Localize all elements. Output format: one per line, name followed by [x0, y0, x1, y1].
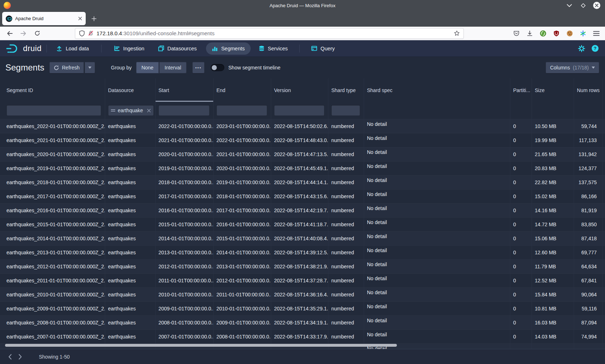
group-by-none-button[interactable]: None	[136, 62, 159, 73]
segment-timeline-toggle[interactable]	[211, 64, 224, 71]
cell-num-rows: 69,777	[574, 246, 603, 259]
version-filter-input[interactable]	[274, 105, 324, 116]
cell-start: 2019-01-01T00:00:00.0...	[156, 161, 214, 175]
druid-logo-icon	[6, 43, 20, 54]
help-glyph: ?	[592, 45, 599, 52]
downloads-icon[interactable]	[526, 30, 533, 37]
extension-asterisk-icon[interactable]	[579, 30, 587, 37]
cell-start: 2008-01-01T00:00:00.0...	[156, 316, 214, 329]
cell-partitioning: 0	[510, 204, 532, 217]
column-header-end[interactable]: End	[214, 78, 271, 102]
cell-shard-spec: No detail	[364, 288, 510, 301]
refresh-dropdown-button[interactable]	[85, 62, 95, 73]
column-header-size[interactable]: Size	[532, 78, 574, 102]
cell-start: 2011-01-01T00:00:00.0...	[156, 274, 214, 287]
nav-item-services[interactable]: Services	[254, 42, 292, 55]
nav-item-label: Query	[321, 46, 335, 51]
maximize-icon[interactable]	[579, 1, 587, 9]
cell-shard-spec: No detail	[364, 190, 510, 203]
menu-hamburger-icon[interactable]	[593, 30, 600, 37]
cell-segment-id: earthquakes_2019-01-01T00:00:00.000Z_2..…	[0, 161, 105, 175]
horizontal-scrollbar[interactable]	[5, 344, 397, 347]
cell-size: 10.50 MB	[532, 119, 574, 133]
nav-item-ingestion[interactable]: Ingestion	[109, 42, 149, 55]
bookmark-star-icon[interactable]	[454, 30, 460, 36]
table-row: earthquakes_2010-01-01T00:00:00.000Z_2..…	[0, 287, 605, 301]
cell-num-rows: 81,919	[574, 204, 603, 217]
nav-item-label: Segments	[221, 46, 245, 51]
insecure-lock-icon[interactable]	[88, 30, 94, 36]
table-row: earthquakes_2015-01-01T00:00:00.000Z_2..…	[0, 217, 605, 231]
tab-apache-druid[interactable]: Apache Druid	[2, 12, 86, 25]
next-page-icon[interactable]	[15, 352, 25, 362]
cell-version: 2022-08-15T14:47:13.5...	[271, 147, 328, 161]
cell-start: 2012-01-01T00:00:00.0...	[156, 260, 214, 273]
gear-icon[interactable]	[578, 45, 585, 52]
column-header-shard-spec[interactable]: Shard spec	[364, 78, 510, 102]
start-filter-input[interactable]	[158, 105, 210, 116]
datasource-filter-input[interactable]: earthquake	[108, 105, 154, 116]
nav-item-load-data[interactable]: Load data	[52, 42, 93, 55]
column-header-start[interactable]: Start	[156, 78, 214, 102]
ublock-icon[interactable]	[553, 30, 560, 37]
minimize-icon[interactable]	[565, 1, 573, 9]
refresh-split-button: Refresh	[49, 62, 95, 73]
cell-num-rows: 90,064	[574, 288, 603, 301]
group-by-label: Group by	[111, 65, 132, 70]
end-filter-input[interactable]	[216, 105, 267, 116]
cell-segment-id: earthquakes_2021-01-01T00:00:00.000Z_2..…	[0, 133, 105, 147]
url-text[interactable]: 172.18.0.4:30109/unified-console.html#se…	[97, 30, 451, 36]
table-row: earthquakes_2017-01-01T00:00:00.000Z_2..…	[0, 189, 605, 203]
forward-icon[interactable]	[19, 29, 27, 37]
extension-green-icon[interactable]	[539, 30, 547, 37]
more-options-button[interactable]: •••	[192, 62, 205, 73]
help-icon[interactable]: ?	[592, 45, 599, 52]
refresh-icon	[54, 65, 59, 70]
column-header-segment-id[interactable]: Segment ID	[0, 78, 105, 102]
column-header-partitioning[interactable]: Partiti...	[510, 78, 532, 102]
cell-datasource: earthquakes	[105, 176, 156, 189]
tab-close-icon[interactable]	[78, 17, 82, 21]
nav-item-query[interactable]: Query	[307, 42, 339, 55]
cell-end: 2009-01-01T00:00:00.0...	[214, 316, 271, 329]
equals-filter-icon	[111, 109, 115, 112]
group-by-interval-button[interactable]: Interval	[159, 62, 187, 73]
column-header-version[interactable]: Version	[271, 78, 328, 102]
pocket-icon[interactable]	[513, 30, 520, 37]
cell-start: 2022-01-01T00:00:00.0...	[156, 119, 214, 133]
new-tab-button[interactable]	[89, 13, 99, 24]
cell-shard-spec: No detail	[364, 316, 510, 329]
cell-shard-spec: No detail	[364, 133, 510, 147]
cell-segment-id: earthquakes_2018-01-01T00:00:00.000Z_2..…	[0, 176, 105, 189]
druid-logo[interactable]: druid	[6, 43, 41, 54]
columns-button[interactable]: Columns (17/18)	[546, 62, 599, 73]
nav-item-datasources[interactable]: Datasources	[154, 42, 201, 55]
cell-shard-spec: No detail	[364, 161, 510, 175]
cell-start: 2007-01-01T00:00:00.0...	[156, 330, 214, 343]
cell-end: 2015-01-01T00:00:00.0...	[214, 232, 271, 245]
column-header-num-rows[interactable]: Num rows	[574, 78, 603, 102]
shield-icon[interactable]	[79, 30, 85, 37]
cell-size: 11.79 MB	[532, 260, 574, 273]
nav-item-segments[interactable]: Segments	[206, 42, 250, 55]
column-header-shard-type[interactable]: Shard type	[328, 78, 364, 102]
url-bar[interactable]: 172.18.0.4:30109/unified-console.html#se…	[75, 28, 464, 39]
column-header-datasource[interactable]: Datasource	[105, 78, 156, 102]
cell-datasource: earthquakes	[105, 204, 156, 217]
cell-version: 2022-08-15T14:43:15.6...	[271, 190, 328, 203]
segment-id-filter-input[interactable]	[6, 105, 101, 116]
shard-type-filter-input[interactable]	[331, 105, 360, 116]
table-row: earthquakes_2019-01-01T00:00:00.000Z_2..…	[0, 161, 605, 175]
cell-shard-type: numbered	[328, 316, 364, 329]
cookie-extension-icon[interactable]	[566, 30, 573, 37]
previous-page-icon[interactable]	[5, 352, 15, 362]
close-icon[interactable]	[593, 1, 601, 9]
clear-filter-icon[interactable]	[147, 109, 151, 113]
bar-chart-icon	[212, 45, 218, 51]
cell-end: 2019-01-01T00:00:00.0...	[214, 176, 271, 189]
refresh-button[interactable]: Refresh	[49, 62, 84, 73]
table-row: earthquakes_2012-01-01T00:00:00.000Z_2..…	[0, 259, 605, 273]
reload-icon[interactable]	[33, 29, 41, 37]
back-icon[interactable]	[6, 29, 14, 37]
cell-end: 2008-01-01T00:00:00.0...	[214, 330, 271, 343]
